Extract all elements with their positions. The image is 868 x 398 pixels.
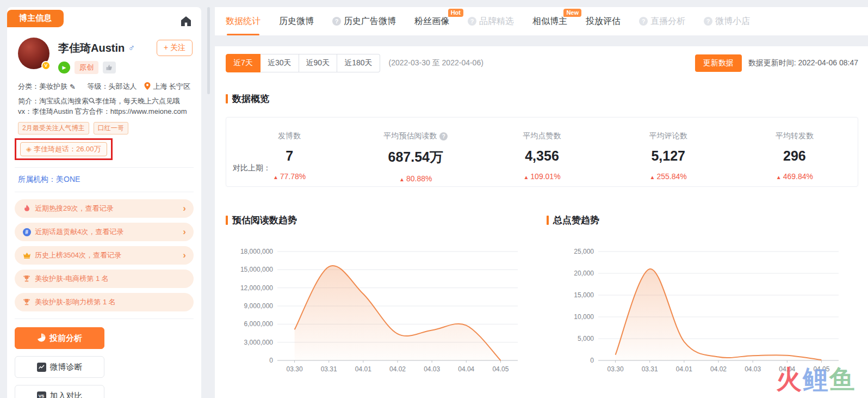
ecommerce-rank-badge[interactable]: 美妆护肤-电商榜第 1 名 <box>15 270 194 288</box>
home-icon[interactable] <box>179 15 193 28</box>
svg-text:15,000: 15,000 <box>574 291 594 299</box>
supertopic-diamond-icon: ◈ <box>26 145 32 153</box>
category-level-row: 分类：美妆护肤✎ 等级：头部达人 上海 长宁区 <box>7 74 201 91</box>
pie-chart-icon <box>37 333 46 344</box>
question-icon: ? <box>704 17 712 26</box>
honor-tag: 2月最受关注人气博主 <box>18 122 89 134</box>
range-7d-button[interactable]: 近7天 <box>226 54 261 72</box>
tab-brand-selection[interactable]: ?品牌精选 <box>468 7 514 35</box>
svg-text:15,000,000: 15,000,000 <box>240 266 273 273</box>
tab-history-posts[interactable]: 历史微博 <box>279 7 314 35</box>
question-icon: ? <box>468 17 476 26</box>
svg-text:5,000: 5,000 <box>578 335 594 342</box>
profile-header: V 李佳琦Austin ♂ + 关注 ▶ 原创 <box>7 31 201 74</box>
svg-text:04.02: 04.02 <box>710 365 727 373</box>
up-triangle-icon: ▲ <box>650 174 655 180</box>
level-label: 等级： <box>87 82 108 91</box>
up-triangle-icon: ▲ <box>273 174 278 180</box>
location-pin-icon <box>144 82 151 91</box>
hot-search-record-link[interactable]: 近期热搜29次，查看记录 › <box>15 199 194 218</box>
tab-placement-evaluation[interactable]: 投放评估 <box>586 7 621 35</box>
stat-avg-reposts: 平均转发数 296 ▲469.84% <box>731 118 858 186</box>
stat-posts: 发博数 7 ▲77.78% <box>226 118 352 186</box>
read-trend-title: 预估阅读数趋势 <box>226 214 533 226</box>
overview-stats-card: 对比上期： 发博数 7 ▲77.78% 平均预估阅读数? 687.54万 ▲80… <box>226 117 858 187</box>
question-icon: ? <box>639 17 648 26</box>
tab-fan-portrait[interactable]: 粉丝画像Hot <box>414 7 449 35</box>
stat-avg-likes: 平均点赞数 4,356 ▲109.01% <box>479 118 605 186</box>
influence-rank-badge[interactable]: 美妆护肤-影响力榜第 1 名 <box>15 293 194 311</box>
stat-avg-comments: 平均评论数 5,127 ▲255.84% <box>605 118 731 186</box>
thumbs-up-icon[interactable] <box>103 62 116 74</box>
up-triangle-icon: ▲ <box>523 174 529 180</box>
likes-trend-title: 总点赞趋势 <box>547 214 854 226</box>
agency-row: 所属机构：美ONE <box>7 175 201 185</box>
chevron-right-icon: › <box>183 226 186 237</box>
ranking-history-link[interactable]: 历史上榜3504次，查看记录 › <box>15 246 194 265</box>
svg-text:3,000,000: 3,000,000 <box>244 339 274 346</box>
agency-label: 所属机构： <box>18 175 56 183</box>
tab-history-ad-posts[interactable]: ?历史广告微博 <box>332 7 396 35</box>
svg-text:04.04: 04.04 <box>458 365 474 373</box>
avatar[interactable]: V <box>18 38 49 69</box>
range-90d-button[interactable]: 近90天 <box>299 54 338 72</box>
divider <box>15 167 194 168</box>
svg-text:03.31: 03.31 <box>642 365 658 373</box>
pre-launch-analysis-button[interactable]: 投前分析 <box>15 327 104 349</box>
bio-text: 简介：淘宝或点淘搜索李佳琦，每天晚上六点见哦 vx：李佳琦Austin 官方合作… <box>7 91 201 117</box>
video-play-icon[interactable]: ▶ <box>58 62 70 74</box>
sidebar-header: 博主信息 <box>7 7 201 31</box>
svg-text:04.01: 04.01 <box>355 365 371 373</box>
topic-contribution-link[interactable]: # 近期话题贡献4次，查看记录 › <box>15 223 194 241</box>
action-buttons: 投前分析 微博诊断 VS 加入对比 微博监控 <box>7 326 201 398</box>
svg-text:04.03: 04.03 <box>424 365 440 373</box>
range-30d-button[interactable]: 近30天 <box>261 54 299 72</box>
content-panel: 近7天 近30天 近90天 近180天 (2022-03-30 至 2022-0… <box>215 46 868 398</box>
edit-pencil-icon[interactable]: ✎ <box>70 83 76 91</box>
svg-text:0: 0 <box>269 357 273 364</box>
overview-section-title: 数据概览 <box>226 93 269 105</box>
svg-text:03.30: 03.30 <box>607 365 624 373</box>
agency-link[interactable]: 美ONE <box>56 175 80 183</box>
up-triangle-icon: ▲ <box>776 174 782 180</box>
blogger-info-tab[interactable]: 博主信息 <box>7 10 64 27</box>
supertopic-badge[interactable]: ◈李佳琦超话：26.00万 <box>20 142 107 156</box>
question-icon: ? <box>332 17 341 26</box>
honor-tags: 2月最受关注人气博主 口红一哥 <box>7 117 201 134</box>
tab-weibo-shop[interactable]: ?微博小店 <box>704 7 750 35</box>
level-value: 头部达人 <box>108 82 137 91</box>
new-badge: New <box>563 9 581 17</box>
chevron-right-icon: › <box>183 203 186 214</box>
tab-similar-bloggers[interactable]: 相似博主New <box>532 7 567 35</box>
range-180d-button[interactable]: 近180天 <box>337 54 380 72</box>
scrollbar[interactable] <box>207 7 210 94</box>
date-filter-row: 近7天 近30天 近90天 近180天 (2022-03-30 至 2022-0… <box>215 46 868 72</box>
diagnosis-chart-icon <box>37 363 46 372</box>
male-icon: ♂ <box>128 42 135 53</box>
update-data-button[interactable]: 更新数据 <box>695 54 742 72</box>
hot-badge: Hot <box>448 9 463 17</box>
follow-button[interactable]: + 关注 <box>157 40 193 56</box>
tab-data-statistics[interactable]: 数据统计 <box>226 7 261 35</box>
location-value: 上海 长宁区 <box>153 82 190 91</box>
magnifier-icon <box>89 97 95 105</box>
svg-text:04.02: 04.02 <box>389 365 406 373</box>
svg-text:12,000,000: 12,000,000 <box>240 284 273 292</box>
hashtag-icon: # <box>22 228 31 236</box>
divider <box>15 192 194 192</box>
flame-icon <box>22 204 31 213</box>
svg-text:04.03: 04.03 <box>745 365 761 373</box>
top-tabbar: 数据统计 历史微博 ?历史广告微博 粉丝画像Hot ?品牌精选 相似博主New … <box>215 7 868 35</box>
help-icon[interactable]: ? <box>439 132 448 140</box>
up-triangle-icon: ▲ <box>399 176 405 182</box>
supertopic-highlight-box: ◈李佳琦超话：26.00万 <box>15 138 113 160</box>
blogger-info-panel: 博主信息 V 李佳琦Austin ♂ + 关注 ▶ 原创 分类：美妆护 <box>7 7 201 398</box>
read-trend-chart-block: 预估阅读数趋势 03,000,0006,000,0009,000,00012,0… <box>226 214 533 380</box>
divider <box>15 319 194 319</box>
tab-live-analysis[interactable]: ?直播分析 <box>639 7 685 35</box>
add-compare-button[interactable]: VS 加入对比 <box>15 385 104 398</box>
section-bar <box>226 94 228 103</box>
vs-icon: VS <box>37 391 46 398</box>
weibo-diagnosis-button[interactable]: 微博诊断 <box>15 356 104 378</box>
svg-text:20,000: 20,000 <box>574 270 594 277</box>
